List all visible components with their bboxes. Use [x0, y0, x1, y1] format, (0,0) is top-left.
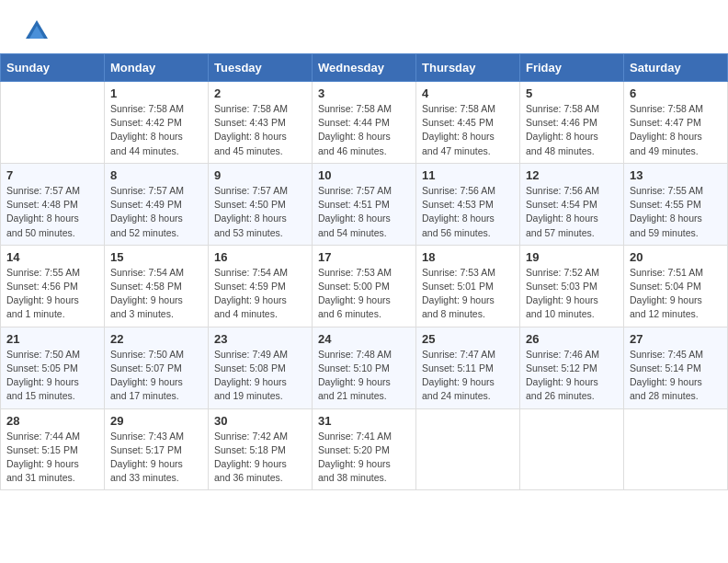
day-cell: 17Sunrise: 7:53 AMSunset: 5:00 PMDayligh…: [313, 245, 416, 327]
day-cell: 18Sunrise: 7:53 AMSunset: 5:01 PMDayligh…: [416, 245, 520, 327]
day-cell: 10Sunrise: 7:57 AMSunset: 4:51 PMDayligh…: [313, 163, 416, 245]
day-number: 15: [110, 250, 202, 264]
day-info: Sunrise: 7:58 AMSunset: 4:47 PMDaylight:…: [630, 102, 722, 158]
week-row-3: 14Sunrise: 7:55 AMSunset: 4:56 PMDayligh…: [1, 245, 728, 327]
day-cell: [624, 408, 728, 490]
day-number: 11: [422, 168, 514, 182]
day-cell: 2Sunrise: 7:58 AMSunset: 4:43 PMDaylight…: [209, 82, 313, 164]
day-info: Sunrise: 7:56 AMSunset: 4:53 PMDaylight:…: [422, 184, 514, 240]
day-cell: 26Sunrise: 7:46 AMSunset: 5:12 PMDayligh…: [520, 327, 624, 408]
day-cell: 11Sunrise: 7:56 AMSunset: 4:53 PMDayligh…: [416, 163, 520, 245]
day-info: Sunrise: 7:50 AMSunset: 5:07 PMDaylight:…: [110, 348, 202, 404]
day-cell: 5Sunrise: 7:58 AMSunset: 4:46 PMDaylight…: [520, 82, 624, 164]
day-cell: 22Sunrise: 7:50 AMSunset: 5:07 PMDayligh…: [105, 327, 209, 408]
day-number: 16: [214, 250, 306, 264]
day-info: Sunrise: 7:57 AMSunset: 4:51 PMDaylight:…: [318, 184, 410, 240]
weekday-header-tuesday: Tuesday: [209, 54, 313, 82]
day-info: Sunrise: 7:54 AMSunset: 4:58 PMDaylight:…: [110, 266, 202, 322]
day-cell: 4Sunrise: 7:58 AMSunset: 4:45 PMDaylight…: [416, 82, 520, 164]
week-row-2: 7Sunrise: 7:57 AMSunset: 4:48 PMDaylight…: [1, 163, 728, 245]
day-info: Sunrise: 7:57 AMSunset: 4:50 PMDaylight:…: [214, 184, 306, 240]
day-number: 24: [318, 332, 410, 346]
day-info: Sunrise: 7:50 AMSunset: 5:05 PMDaylight:…: [6, 348, 98, 404]
day-number: 18: [422, 250, 514, 264]
day-cell: 6Sunrise: 7:58 AMSunset: 4:47 PMDaylight…: [624, 82, 728, 164]
day-cell: 1Sunrise: 7:58 AMSunset: 4:42 PMDaylight…: [105, 82, 209, 164]
day-number: 25: [422, 332, 514, 346]
day-number: 31: [318, 414, 410, 428]
weekday-header-friday: Friday: [520, 54, 624, 82]
day-cell: 14Sunrise: 7:55 AMSunset: 4:56 PMDayligh…: [1, 245, 105, 327]
day-cell: 12Sunrise: 7:56 AMSunset: 4:54 PMDayligh…: [520, 163, 624, 245]
day-info: Sunrise: 7:54 AMSunset: 4:59 PMDaylight:…: [214, 266, 306, 322]
weekday-header-thursday: Thursday: [416, 54, 520, 82]
day-number: 23: [214, 332, 306, 346]
day-number: 6: [630, 86, 722, 100]
day-info: Sunrise: 7:49 AMSunset: 5:08 PMDaylight:…: [214, 348, 306, 404]
day-cell: 20Sunrise: 7:51 AMSunset: 5:04 PMDayligh…: [624, 245, 728, 327]
day-number: 8: [110, 168, 202, 182]
day-number: 13: [630, 168, 722, 182]
day-cell: 24Sunrise: 7:48 AMSunset: 5:10 PMDayligh…: [313, 327, 416, 408]
page-header: [0, 0, 728, 53]
day-info: Sunrise: 7:47 AMSunset: 5:11 PMDaylight:…: [422, 348, 514, 404]
day-cell: [1, 82, 105, 164]
day-cell: 25Sunrise: 7:47 AMSunset: 5:11 PMDayligh…: [416, 327, 520, 408]
day-info: Sunrise: 7:48 AMSunset: 5:10 PMDaylight:…: [318, 348, 410, 404]
day-number: 10: [318, 168, 410, 182]
day-cell: [520, 408, 624, 490]
day-info: Sunrise: 7:58 AMSunset: 4:45 PMDaylight:…: [422, 102, 514, 158]
day-number: 27: [630, 332, 722, 346]
day-number: 22: [110, 332, 202, 346]
week-row-4: 21Sunrise: 7:50 AMSunset: 5:05 PMDayligh…: [1, 327, 728, 408]
day-number: 21: [6, 332, 98, 346]
day-number: 26: [526, 332, 618, 346]
day-info: Sunrise: 7:55 AMSunset: 4:55 PMDaylight:…: [630, 184, 722, 240]
day-cell: 3Sunrise: 7:58 AMSunset: 4:44 PMDaylight…: [313, 82, 416, 164]
day-cell: 7Sunrise: 7:57 AMSunset: 4:48 PMDaylight…: [1, 163, 105, 245]
day-info: Sunrise: 7:58 AMSunset: 4:46 PMDaylight:…: [526, 102, 618, 158]
day-cell: 21Sunrise: 7:50 AMSunset: 5:05 PMDayligh…: [1, 327, 105, 408]
day-cell: 19Sunrise: 7:52 AMSunset: 5:03 PMDayligh…: [520, 245, 624, 327]
day-cell: 30Sunrise: 7:42 AMSunset: 5:18 PMDayligh…: [209, 408, 313, 490]
day-number: 14: [6, 250, 98, 264]
day-info: Sunrise: 7:57 AMSunset: 4:48 PMDaylight:…: [6, 184, 98, 240]
day-info: Sunrise: 7:55 AMSunset: 4:56 PMDaylight:…: [6, 266, 98, 322]
weekday-header-sunday: Sunday: [1, 54, 105, 82]
day-info: Sunrise: 7:43 AMSunset: 5:17 PMDaylight:…: [110, 430, 202, 486]
day-cell: 8Sunrise: 7:57 AMSunset: 4:49 PMDaylight…: [105, 163, 209, 245]
day-cell: [416, 408, 520, 490]
day-info: Sunrise: 7:41 AMSunset: 5:20 PMDaylight:…: [318, 430, 410, 486]
calendar-table: SundayMondayTuesdayWednesdayThursdayFrid…: [0, 53, 728, 490]
day-number: 20: [630, 250, 722, 264]
day-info: Sunrise: 7:44 AMSunset: 5:15 PMDaylight:…: [6, 430, 98, 486]
day-cell: 31Sunrise: 7:41 AMSunset: 5:20 PMDayligh…: [313, 408, 416, 490]
day-info: Sunrise: 7:53 AMSunset: 5:00 PMDaylight:…: [318, 266, 410, 322]
weekday-header-row: SundayMondayTuesdayWednesdayThursdayFrid…: [1, 54, 728, 82]
day-cell: 9Sunrise: 7:57 AMSunset: 4:50 PMDaylight…: [209, 163, 313, 245]
logo-icon: [22, 17, 51, 46]
day-info: Sunrise: 7:58 AMSunset: 4:43 PMDaylight:…: [214, 102, 306, 158]
weekday-header-monday: Monday: [105, 54, 209, 82]
day-number: 17: [318, 250, 410, 264]
day-cell: 15Sunrise: 7:54 AMSunset: 4:58 PMDayligh…: [105, 245, 209, 327]
day-number: 3: [318, 86, 410, 100]
day-info: Sunrise: 7:42 AMSunset: 5:18 PMDaylight:…: [214, 430, 306, 486]
day-cell: 29Sunrise: 7:43 AMSunset: 5:17 PMDayligh…: [105, 408, 209, 490]
day-number: 12: [526, 168, 618, 182]
day-number: 28: [6, 414, 98, 428]
day-info: Sunrise: 7:57 AMSunset: 4:49 PMDaylight:…: [110, 184, 202, 240]
day-number: 5: [526, 86, 618, 100]
week-row-1: 1Sunrise: 7:58 AMSunset: 4:42 PMDaylight…: [1, 82, 728, 164]
day-cell: 28Sunrise: 7:44 AMSunset: 5:15 PMDayligh…: [1, 408, 105, 490]
day-cell: 23Sunrise: 7:49 AMSunset: 5:08 PMDayligh…: [209, 327, 313, 408]
day-number: 9: [214, 168, 306, 182]
day-info: Sunrise: 7:58 AMSunset: 4:44 PMDaylight:…: [318, 102, 410, 158]
day-cell: 13Sunrise: 7:55 AMSunset: 4:55 PMDayligh…: [624, 163, 728, 245]
day-number: 19: [526, 250, 618, 264]
day-number: 1: [110, 86, 202, 100]
logo: [22, 17, 55, 46]
day-number: 4: [422, 86, 514, 100]
weekday-header-saturday: Saturday: [624, 54, 728, 82]
weekday-header-wednesday: Wednesday: [313, 54, 416, 82]
